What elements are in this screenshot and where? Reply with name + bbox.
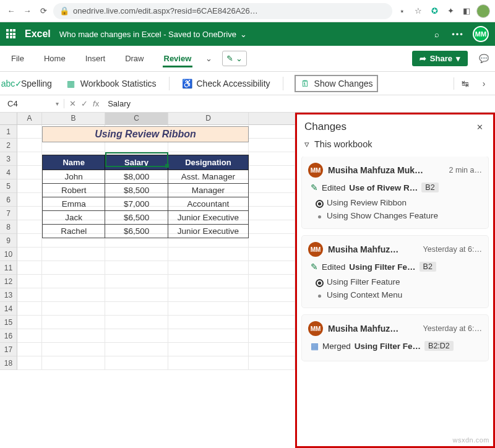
row-header[interactable]: 14 (0, 302, 17, 316)
name-box[interactable]: C4 ▾ (2, 99, 64, 108)
cell-salary[interactable]: $6,500 (105, 211, 168, 224)
check-accessibility-button[interactable]: ♿ Check Accessibility (181, 75, 272, 92)
cell-salary[interactable]: $8,500 (105, 184, 168, 197)
row-header[interactable]: 16 (0, 329, 17, 343)
row-header[interactable]: 8 (0, 220, 17, 234)
change-action: Edited (322, 262, 345, 272)
column-header[interactable]: A (17, 113, 42, 124)
row-header[interactable]: 3 (0, 152, 17, 166)
share-button[interactable]: ➦ Share ▾ (412, 51, 468, 66)
filter-icon: ▿ (304, 139, 309, 149)
reload-icon[interactable]: ⟳ (37, 5, 50, 17)
column-header[interactable] (249, 113, 295, 124)
bookmark-icon[interactable]: ☆ (412, 5, 424, 17)
select-all-corner[interactable] (0, 113, 17, 124)
row-header[interactable]: 1 (0, 125, 17, 139)
row-header[interactable]: 2 (0, 139, 17, 152)
tab-overflow-icon[interactable]: ⌄ (202, 53, 215, 65)
cell-designation[interactable]: Accountant (168, 197, 248, 210)
change-card[interactable]: MM Musiha Mahfuz… Yesterday at 6:… ✎ Edi… (302, 236, 488, 308)
chevron-down-icon: ▾ (56, 100, 59, 107)
row-header[interactable]: 9 (0, 234, 17, 248)
confirm-icon[interactable]: ✓ (81, 99, 88, 108)
cancel-icon[interactable]: ✕ (69, 99, 76, 108)
table-header-row: Name Salary Designation (42, 155, 249, 170)
search-icon[interactable]: ⌕ (431, 28, 443, 40)
tab-file[interactable]: File (2, 50, 33, 67)
spelling-button[interactable]: abc✓ Spelling (5, 75, 53, 92)
change-user: Musiha Mahfuza Muk… (328, 165, 444, 175)
cell-name[interactable]: Rachel (43, 225, 105, 238)
row-header[interactable]: 13 (0, 288, 17, 302)
back-icon[interactable]: ← (5, 5, 17, 17)
row-header[interactable]: 4 (0, 166, 17, 179)
row-header[interactable]: 17 (0, 343, 17, 356)
forward-icon[interactable]: → (21, 5, 33, 17)
column-header[interactable]: D (168, 113, 249, 124)
change-time: Yesterday at 6:… (423, 324, 482, 333)
changes-pane-title: Changes (304, 121, 346, 133)
extensions-icon[interactable]: ✪ (428, 5, 441, 17)
column-header[interactable]: B (42, 113, 105, 124)
cell-designation[interactable]: Junior Executive (168, 211, 248, 224)
cell-name[interactable]: Jack (43, 211, 105, 224)
row-header[interactable]: 6 (0, 193, 17, 207)
watermark-text: wsxdn.com (452, 436, 489, 444)
show-changes-button[interactable]: 🗓 Show Changes (295, 75, 378, 92)
chevron-down-icon: ⌄ (240, 30, 247, 39)
user-avatar[interactable]: MM (473, 26, 489, 42)
tab-review[interactable]: Review (155, 50, 200, 67)
lock-icon: 🔒 (59, 6, 69, 15)
change-card[interactable]: MM Musiha Mahfuz… Yesterday at 6:… ▦ Mer… (302, 315, 488, 361)
comments-button[interactable]: 💬 (475, 51, 493, 66)
cell-salary[interactable]: $8,000 (105, 170, 168, 183)
row-header[interactable]: 5 (0, 179, 17, 193)
app-launcher-icon[interactable] (6, 29, 16, 39)
cell-designation[interactable]: Manager (168, 184, 248, 197)
cell-designation[interactable]: Junior Executive (168, 225, 248, 238)
row-header[interactable]: 10 (0, 248, 17, 261)
catch-up-icon[interactable]: ↹ (459, 77, 471, 90)
ribbon-scroll-right-icon[interactable]: › (478, 77, 490, 90)
tab-draw[interactable]: Draw (116, 50, 152, 67)
change-user: Musiha Mahfuz… (328, 324, 418, 334)
fx-icon[interactable]: fx (93, 99, 99, 108)
more-icon[interactable]: ••• (452, 28, 464, 40)
close-icon[interactable]: ✕ (473, 121, 486, 133)
table-row: Jack $6,500 Junior Executive (42, 211, 249, 225)
change-time: Yesterday at 6:… (423, 245, 482, 254)
change-action: Merged (322, 342, 351, 351)
cell-name[interactable]: Robert (43, 184, 105, 197)
cell-name[interactable]: Emma (43, 197, 105, 210)
formula-input[interactable]: Salary (104, 99, 493, 108)
row-header[interactable]: 11 (0, 261, 17, 275)
change-target: Use of Rivew R… (349, 183, 418, 192)
profile-avatar[interactable] (476, 4, 490, 18)
row-header[interactable]: 15 (0, 316, 17, 329)
cell-name[interactable]: John (43, 170, 105, 183)
cell-designation[interactable]: Asst. Manager (168, 170, 248, 183)
changes-filter[interactable]: ▿ This workbook (297, 137, 493, 157)
row-header[interactable]: 7 (0, 207, 17, 220)
puzzle-icon[interactable]: ✦ (444, 5, 457, 17)
tab-insert[interactable]: Insert (77, 50, 114, 67)
spreadsheet-grid[interactable]: A B C D 1 2 3 4 5 6 7 8 9 10 11 12 13 14… (0, 113, 295, 448)
document-title[interactable]: Who made changes in Excel - Saved to One… (59, 30, 247, 39)
column-header[interactable]: C (105, 113, 168, 124)
cell-salary[interactable]: $7,000 (105, 197, 168, 210)
row-header[interactable]: 12 (0, 275, 17, 288)
editing-mode-button[interactable]: ✎⌄ (222, 51, 247, 66)
address-bar[interactable]: 🔒 onedrive.live.com/edit.aspx?resid=6CAE… (53, 3, 392, 19)
formula-bar: C4 ▾ ✕ ✓ fx Salary (0, 95, 495, 113)
window-icon[interactable]: ◧ (460, 5, 473, 17)
url-text: onedrive.live.com/edit.aspx?resid=6CAE84… (73, 6, 258, 15)
user-initials-badge: MM (308, 321, 323, 336)
cell-salary[interactable]: $6,500 (105, 225, 168, 238)
change-target: Using Filter Fe… (355, 342, 421, 351)
workbook-statistics-button[interactable]: ▦ Workbook Statistics (64, 75, 158, 92)
translate-icon[interactable]: ⭑ (396, 5, 408, 17)
row-header[interactable]: 18 (0, 356, 17, 370)
change-card[interactable]: MM Musiha Mahfuza Muk… 2 min a… ✎ Edited… (302, 157, 488, 228)
table-row: Emma $7,000 Accountant (42, 197, 249, 211)
tab-home[interactable]: Home (35, 50, 74, 67)
